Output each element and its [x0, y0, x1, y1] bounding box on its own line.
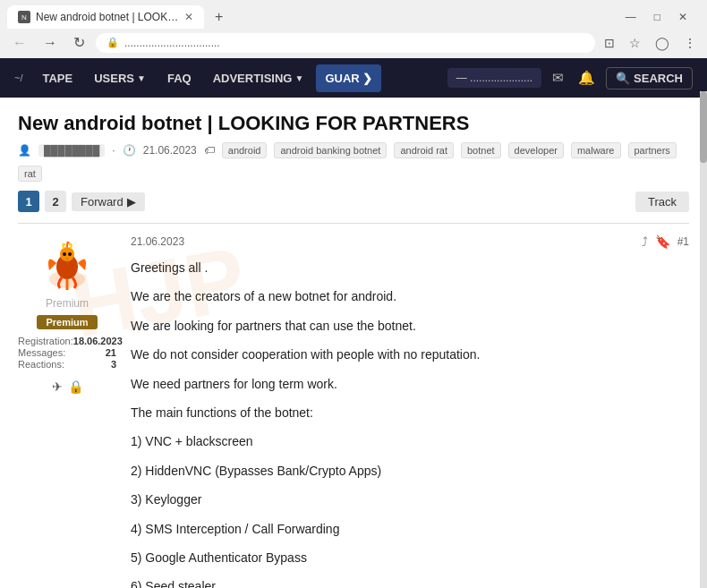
- back-button[interactable]: ←: [7, 33, 32, 53]
- post-number: #1: [677, 235, 689, 248]
- reload-button[interactable]: ↻: [68, 32, 90, 53]
- share-icon[interactable]: ⤴: [642, 234, 648, 249]
- address-bar[interactable]: 🔒 ................................: [96, 33, 595, 53]
- tab-close-button[interactable]: ✕: [184, 11, 193, 23]
- scrollbar-thumb[interactable]: [700, 91, 707, 163]
- forward-button[interactable]: Forward ▶: [72, 192, 145, 211]
- reactions-stat: Reactions: 3: [18, 359, 116, 370]
- profile-icon[interactable]: ◯: [652, 34, 673, 52]
- body-line-4: We do not consider cooperation with peop…: [131, 345, 689, 364]
- minimize-button[interactable]: —: [620, 9, 642, 25]
- svg-point-4: [68, 252, 72, 256]
- lock-icon: 🔒: [106, 37, 119, 48]
- site-logo: ~/: [14, 72, 22, 83]
- nav-item-advertising[interactable]: ADVERTISING ▼: [204, 61, 313, 96]
- nav-user-block[interactable]: — .....................: [447, 68, 541, 88]
- new-tab-button[interactable]: +: [208, 5, 230, 29]
- search-button[interactable]: 🔍 SEARCH: [606, 67, 693, 89]
- feature-6: 6) Seed stealer: [131, 576, 689, 588]
- page-2-button[interactable]: 2: [45, 191, 66, 212]
- tag-developer[interactable]: developer: [508, 142, 564, 158]
- close-window-button[interactable]: ✕: [673, 9, 693, 25]
- post-title: New android botnet | LOOKING FOR PARTNER…: [18, 112, 689, 135]
- page-1-button[interactable]: 1: [18, 191, 39, 212]
- greeting-line: Greetings all .: [131, 258, 689, 277]
- tag-android[interactable]: android: [222, 142, 268, 158]
- svg-point-3: [63, 252, 66, 256]
- post-content: 21.06.2023 ⤴ 🔖 #1 Greetings all . We are…: [131, 234, 689, 588]
- browser-actions: ⊡ ☆ ◯ ⋮: [601, 34, 700, 52]
- post-body: Greetings all . We are the creators of a…: [131, 258, 689, 588]
- username: Premium: [46, 297, 89, 310]
- tag-partners[interactable]: partners: [628, 142, 677, 158]
- site-nav: ~/ TAPE USERS ▼ FAQ ADVERTISING ▼ GUAR ❯…: [0, 58, 707, 98]
- cast-icon[interactable]: ⊡: [601, 34, 618, 52]
- functions-header: The main functions of the botnet:: [131, 403, 689, 422]
- lock-profile-icon[interactable]: 🔒: [68, 379, 83, 394]
- messages-icon[interactable]: ✉: [549, 66, 567, 89]
- notifications-icon[interactable]: 🔔: [575, 66, 599, 89]
- post-box: Premium Premium Registration: 18.06.2023…: [18, 223, 689, 588]
- track-button[interactable]: Track: [635, 192, 689, 212]
- body-line-5: We need partners for long term work.: [131, 374, 689, 394]
- user-stats: Registration: 18.06.2023 Messages: 21 Re…: [18, 335, 116, 371]
- nav-item-guar[interactable]: GUAR ❯: [316, 64, 380, 92]
- post-meta: 👤 ████████ · 🕐 21.06.2023 🏷 android andr…: [18, 142, 689, 182]
- post-date: 21.06.2023: [131, 235, 184, 248]
- feature-1: 1) VNC + blackscreen: [131, 431, 689, 451]
- forward-nav-button[interactable]: →: [38, 33, 63, 53]
- address-text: ................................: [124, 37, 220, 49]
- tag-icon: 🏷: [204, 144, 215, 157]
- nav-item-users[interactable]: USERS ▼: [85, 61, 155, 96]
- post-date-row: 21.06.2023 ⤴ 🔖 #1: [131, 234, 689, 249]
- body-line-3: We are looking for partners that can use…: [131, 316, 689, 336]
- user-meta-icon: 👤: [18, 144, 31, 157]
- tag-android-banking[interactable]: android banking botnet: [274, 142, 387, 158]
- users-dropdown-icon: ▼: [137, 73, 146, 83]
- bookmark-icon[interactable]: ☆: [626, 34, 644, 52]
- avatar: [38, 234, 96, 292]
- body-line-2: We are the creators of a new botnet for …: [131, 286, 689, 306]
- post-actions: ⤴ 🔖 #1: [642, 234, 689, 249]
- messages-stat: Messages: 21: [18, 347, 116, 358]
- nav-item-tape[interactable]: TAPE: [33, 61, 81, 96]
- nav-right: — ..................... ✉ 🔔 🔍 SEARCH: [447, 66, 693, 89]
- tab-title: New android botnet | LOOKING ...: [36, 11, 179, 23]
- avatar-image: [38, 234, 96, 292]
- more-nav-icon: ❯: [362, 72, 372, 85]
- send-message-icon[interactable]: ✈: [52, 379, 63, 394]
- nav-item-faq[interactable]: FAQ: [158, 61, 200, 96]
- content-area: HJP New android botnet | LOOKING FOR PAR…: [0, 98, 707, 588]
- bookmark-post-icon[interactable]: 🔖: [655, 234, 670, 249]
- tab-bar: N New android botnet | LOOKING ... ✕ + —…: [0, 0, 707, 29]
- post-controls: 1 2 Forward ▶ Track: [18, 191, 689, 212]
- user-sidebar: Premium Premium Registration: 18.06.2023…: [18, 234, 116, 588]
- tag-malware[interactable]: malware: [571, 142, 621, 158]
- menu-icon[interactable]: ⋮: [680, 34, 700, 52]
- tab-favicon: N: [18, 11, 30, 23]
- user-actions: ✈ 🔒: [52, 379, 83, 394]
- tag-rat[interactable]: rat: [18, 166, 42, 182]
- feature-3: 3) Keylogger: [131, 490, 689, 509]
- feature-4: 4) SMS Interception / Call Forwarding: [131, 519, 689, 539]
- forward-arrow-icon: ▶: [127, 195, 136, 209]
- feature-5: 5) Google Authenticator Bypass: [131, 548, 689, 567]
- tag-android-rat[interactable]: android rat: [394, 142, 454, 158]
- search-icon: 🔍: [616, 72, 630, 85]
- author-name: ████████: [38, 144, 105, 157]
- feature-2: 2) HiddenVNC (Bypasses Bank/Crypto Apps): [131, 461, 689, 481]
- dot-separator: ·: [112, 144, 115, 157]
- address-bar-row: ← → ↻ 🔒 ................................…: [0, 29, 707, 58]
- post-meta-date: 21.06.2023: [143, 144, 197, 157]
- advertising-dropdown-icon: ▼: [294, 73, 303, 83]
- user-badge: Premium: [37, 315, 97, 329]
- clock-icon: 🕐: [123, 144, 136, 157]
- browser-tab[interactable]: N New android botnet | LOOKING ... ✕: [7, 5, 204, 29]
- window-controls: — □ ✕: [620, 9, 700, 25]
- browser-chrome: N New android botnet | LOOKING ... ✕ + —…: [0, 0, 707, 58]
- scrollbar[interactable]: [700, 91, 707, 588]
- maximize-button[interactable]: □: [649, 9, 666, 25]
- tag-botnet[interactable]: botnet: [461, 142, 501, 158]
- registration-stat: Registration: 18.06.2023: [18, 336, 116, 346]
